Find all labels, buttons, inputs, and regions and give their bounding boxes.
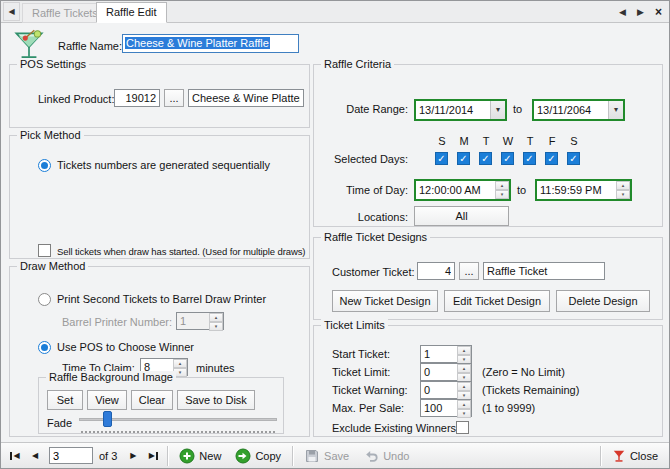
close-cocktail-icon bbox=[612, 449, 626, 463]
customer-ticket-number-input[interactable] bbox=[417, 262, 455, 280]
ticket-designs-title: Raffle Ticket Designs bbox=[321, 231, 430, 244]
ticket-limits-title: Ticket Limits bbox=[321, 319, 388, 332]
next-record-button[interactable]: ▶ bbox=[123, 446, 143, 466]
day-letter: T bbox=[519, 135, 541, 148]
copy-button-label: Copy bbox=[255, 450, 281, 462]
right-arrow-icon: ▶ bbox=[637, 7, 644, 17]
spinner-value: 100 bbox=[421, 400, 457, 416]
max-per-sale-note: (1 to 9999) bbox=[482, 402, 535, 415]
sequential-radio-label[interactable]: Tickets numbers are generated sequential… bbox=[57, 159, 270, 172]
left-arrow-icon: ◀ bbox=[32, 451, 38, 460]
date-to-picker[interactable]: 13/11/2064 ▾ bbox=[532, 99, 625, 121]
close-button[interactable]: Close bbox=[605, 445, 665, 467]
tab-raffle-edit[interactable]: Raffle Edit bbox=[96, 2, 167, 23]
sell-when-started-label[interactable]: Sell tickets when draw has started. (Use… bbox=[57, 245, 305, 258]
background-save-to-disk-button[interactable]: Save to Disk bbox=[177, 390, 255, 410]
ticket-limit-note: (Zero = No Limit) bbox=[482, 366, 565, 379]
tab-close-button[interactable]: × bbox=[650, 2, 667, 21]
spin-down-icon[interactable]: ▾ bbox=[457, 409, 471, 418]
previous-record-button[interactable]: ◀ bbox=[25, 446, 45, 466]
day-checkbox-sat[interactable]: ✓ bbox=[567, 152, 580, 165]
spin-up-icon[interactable]: ▴ bbox=[173, 359, 187, 368]
customer-ticket-name-input[interactable] bbox=[483, 262, 605, 280]
time-to-picker[interactable]: 11:59:59 PM ▴ ▾ bbox=[535, 179, 632, 201]
right-arrow-icon: ▶ bbox=[149, 451, 155, 460]
spin-down-icon[interactable]: ▾ bbox=[495, 190, 509, 199]
background-view-button[interactable]: View bbox=[87, 390, 127, 410]
raffle-edit-window: ◀ Raffle Tickets Raffle Edit ◀ ▶ × Raffl… bbox=[0, 0, 670, 469]
day-checkbox-tue[interactable]: ✓ bbox=[479, 152, 492, 165]
new-record-button[interactable]: New bbox=[172, 445, 228, 467]
spinner-value: 0 bbox=[421, 364, 457, 380]
new-ticket-design-button[interactable]: New Ticket Design bbox=[332, 290, 438, 312]
record-number-input[interactable] bbox=[49, 447, 93, 464]
tab-nav-prev-button[interactable]: ◀ bbox=[614, 2, 631, 21]
linked-product-id-input[interactable] bbox=[114, 89, 160, 107]
day-checkbox-wed[interactable]: ✓ bbox=[501, 152, 514, 165]
background-clear-button[interactable]: Clear bbox=[131, 390, 173, 410]
fade-slider-thumb[interactable] bbox=[103, 411, 112, 427]
pick-method-title: Pick Method bbox=[17, 129, 84, 142]
customer-ticket-browse-button[interactable]: ... bbox=[459, 262, 479, 280]
ticket-warning-label: Ticket Warning: bbox=[332, 384, 408, 397]
spin-up-icon[interactable]: ▴ bbox=[616, 181, 630, 190]
barrel-printer-radio[interactable] bbox=[38, 293, 51, 306]
fade-slider[interactable] bbox=[79, 410, 277, 436]
check-icon: ✓ bbox=[458, 153, 469, 164]
edit-ticket-design-button[interactable]: Edit Ticket Design bbox=[444, 290, 550, 312]
last-record-button[interactable]: ▶ bbox=[143, 446, 163, 466]
max-per-sale-spinner[interactable]: 100 ▴▾ bbox=[420, 399, 472, 417]
time-from-picker[interactable]: 12:00:00 AM ▴ ▾ bbox=[414, 179, 511, 201]
ticket-warning-spinner[interactable]: 0 ▴▾ bbox=[420, 381, 472, 399]
date-range-label: Date Range: bbox=[324, 103, 408, 116]
undo-button-label: Undo bbox=[383, 450, 409, 462]
tab-raffle-tickets[interactable]: Raffle Tickets bbox=[22, 3, 108, 23]
start-ticket-spinner[interactable]: 1 ▴▾ bbox=[420, 345, 472, 363]
spinner-buttons: ▴ ▾ bbox=[495, 181, 509, 199]
day-checkbox-sun[interactable]: ✓ bbox=[435, 152, 448, 165]
new-button-label: New bbox=[199, 450, 221, 462]
raffle-name-input[interactable]: Cheese & Wine Platter Raffle bbox=[122, 34, 299, 53]
day-checkbox-mon[interactable]: ✓ bbox=[457, 152, 470, 165]
tab-scroll-left-button[interactable]: ◀ bbox=[3, 1, 20, 21]
tab-nav-next-button[interactable]: ▶ bbox=[632, 2, 649, 21]
exclude-winners-label[interactable]: Exclude Existing Winners bbox=[332, 422, 456, 435]
delete-design-button[interactable]: Delete Design bbox=[556, 290, 650, 312]
sell-when-started-checkbox[interactable] bbox=[38, 244, 51, 257]
time-to-label: to bbox=[517, 184, 526, 197]
draw-method-title: Draw Method bbox=[17, 260, 88, 273]
spinner-buttons: ▴▾ bbox=[457, 400, 471, 416]
first-record-button[interactable]: ◀ bbox=[5, 446, 25, 466]
spin-up-icon[interactable]: ▴ bbox=[457, 382, 471, 391]
spin-up-icon[interactable]: ▴ bbox=[457, 400, 471, 409]
ticket-limit-spinner[interactable]: 0 ▴▾ bbox=[420, 363, 472, 381]
linked-product-browse-button[interactable]: ... bbox=[164, 89, 184, 107]
calendar-dropdown-icon[interactable]: ▾ bbox=[608, 101, 623, 119]
background-set-button[interactable]: Set bbox=[47, 390, 83, 410]
calendar-dropdown-icon[interactable]: ▾ bbox=[490, 101, 505, 119]
spin-down-icon[interactable]: ▾ bbox=[616, 190, 630, 199]
spin-up-icon[interactable]: ▴ bbox=[457, 364, 471, 373]
tab-label: Raffle Tickets bbox=[32, 7, 98, 19]
exclude-winners-checkbox[interactable] bbox=[456, 421, 469, 434]
linked-product-name-input[interactable] bbox=[188, 89, 304, 107]
spin-up-icon[interactable]: ▴ bbox=[495, 181, 509, 190]
pos-winner-radio-label[interactable]: Use POS to Choose Winner bbox=[57, 341, 194, 354]
spinner-buttons: ▴ ▾ bbox=[209, 313, 223, 329]
spin-up-icon[interactable]: ▴ bbox=[457, 346, 471, 355]
tab-label: Raffle Edit bbox=[106, 6, 157, 18]
date-from-value: 13/11/2014 bbox=[416, 101, 490, 119]
day-checkbox-fri[interactable]: ✓ bbox=[545, 152, 558, 165]
copy-record-button[interactable]: Copy bbox=[228, 445, 288, 467]
date-from-picker[interactable]: 13/11/2014 ▾ bbox=[414, 99, 507, 121]
sequential-radio[interactable] bbox=[38, 159, 51, 172]
locations-all-button[interactable]: All bbox=[414, 206, 509, 226]
day-checkbox-thu[interactable]: ✓ bbox=[523, 152, 536, 165]
check-icon: ✓ bbox=[568, 153, 579, 164]
pos-winner-radio[interactable] bbox=[38, 341, 51, 354]
day-letter: W bbox=[497, 135, 519, 148]
barrel-printer-radio-label[interactable]: Print Second Tickets to Barrel Draw Prin… bbox=[57, 293, 266, 306]
date-to-label: to bbox=[513, 103, 522, 116]
spinner-buttons: ▴▾ bbox=[457, 346, 471, 362]
save-record-button: Save bbox=[297, 445, 356, 467]
